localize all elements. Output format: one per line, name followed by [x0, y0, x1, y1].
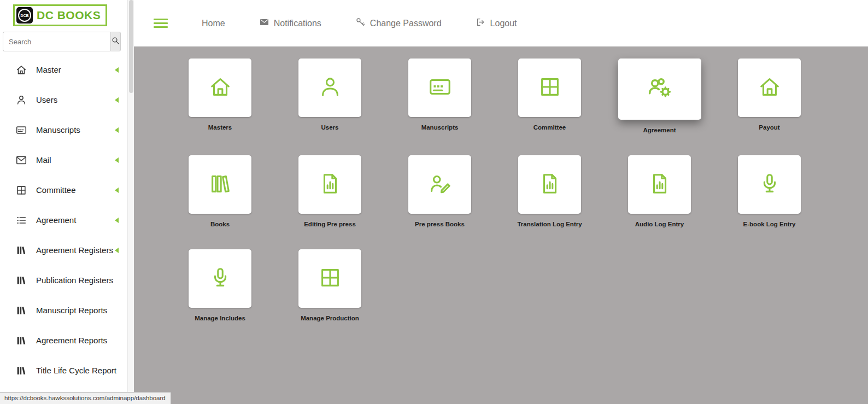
tile-label: Books: [210, 221, 230, 227]
dashboard-tile-grid: Masters Users: [165, 58, 868, 321]
document-chart-icon: [537, 171, 562, 198]
tile-editing-pre-press-card[interactable]: [298, 155, 361, 214]
tile-payout: Payout: [714, 58, 824, 133]
tile-editing-pre-press: Editing Pre press: [275, 155, 385, 227]
tile-manage-includes-card[interactable]: [189, 249, 251, 308]
user-edit-icon: [427, 171, 453, 198]
browser-status-url: https://dcbooks.hawkssolutions.com/admin…: [0, 392, 171, 404]
sidebar-item-agreement-reports[interactable]: Agreement Reports: [0, 325, 127, 355]
tile-label: Editing Pre press: [304, 221, 356, 227]
card-icon: [15, 124, 28, 137]
tile-books: Books: [165, 155, 275, 227]
tile-label: Masters: [208, 124, 232, 131]
sidebar-item-manuscripts[interactable]: Manuscripts: [0, 115, 127, 145]
chevron-left-icon: [115, 127, 119, 133]
tile-translation-log-entry: Translation Log Entry: [495, 155, 605, 227]
tile-pre-press-books: Pre press Books: [385, 155, 495, 227]
tile-audio-log-entry-card[interactable]: [628, 155, 691, 214]
sidebar-item-manuscript-reports[interactable]: Manuscript Reports: [0, 295, 127, 325]
tile-committee-card[interactable]: [518, 58, 581, 117]
home-icon: [15, 63, 28, 77]
books-icon: [15, 274, 28, 287]
brand-logo-icon: DCB: [16, 7, 33, 24]
document-chart-icon: [318, 171, 343, 198]
search-icon: [111, 36, 120, 47]
tile-ebook-log-entry-card[interactable]: [738, 155, 801, 214]
nav-change-password[interactable]: Change Password: [355, 17, 442, 30]
microphone-icon: [757, 171, 782, 198]
sidebar-item-title-life-cycle-report[interactable]: Title Life Cycle Report: [0, 355, 127, 385]
sidebar-search: [3, 32, 118, 51]
tile-agreement-card[interactable]: [618, 58, 701, 120]
sidebar-item-agreement-registers[interactable]: Agreement Registers: [0, 235, 127, 265]
sidebar-item-users[interactable]: Users: [0, 85, 127, 115]
chevron-left-icon: [115, 157, 119, 163]
home-icon: [208, 74, 233, 102]
grid-icon: [318, 265, 343, 292]
tile-label: Manuscripts: [421, 124, 459, 131]
brand-name: DC BOOKS: [37, 9, 101, 22]
nav-notifications[interactable]: Notifications: [259, 17, 321, 30]
users-gear-icon: [646, 74, 674, 104]
tile-masters-card[interactable]: [189, 58, 251, 117]
tile-masters: Masters: [165, 58, 275, 133]
tile-label: Translation Log Entry: [517, 221, 582, 227]
brand-logo[interactable]: DCB DC BOOKS: [13, 4, 107, 26]
nav-home[interactable]: Home: [202, 17, 225, 30]
tile-audio-log-entry: Audio Log Entry: [605, 155, 714, 227]
books-icon: [15, 304, 28, 317]
chevron-left-icon: [115, 97, 119, 103]
tile-pre-press-books-card[interactable]: [408, 155, 471, 214]
tile-manage-production-card[interactable]: [298, 249, 361, 308]
tile-manuscripts-card[interactable]: [408, 58, 471, 117]
books-icon: [15, 244, 28, 257]
scrollbar-thumb[interactable]: [129, 0, 133, 93]
tile-label: Manage Includes: [195, 315, 245, 321]
hamburger-menu-icon[interactable]: [154, 16, 168, 30]
envelope-icon: [15, 154, 28, 167]
books-icon: [15, 334, 28, 347]
sidebar-item-committee[interactable]: Committee: [0, 175, 127, 205]
library-icon: [208, 171, 233, 198]
tile-ebook-log-entry: E-book Log Entry: [714, 155, 824, 227]
sidebar-item-master[interactable]: Master: [0, 55, 127, 85]
document-chart-icon: [647, 171, 672, 198]
search-input[interactable]: [3, 32, 110, 51]
tile-agreement: Agreement: [605, 58, 714, 133]
books-icon: [15, 364, 28, 377]
sidebar-item-publication-registers[interactable]: Publication Registers: [0, 265, 127, 295]
navbar-links: Home Notifications Change: [202, 17, 551, 30]
tile-manage-includes: Manage Includes: [165, 249, 275, 321]
chevron-left-icon: [115, 188, 119, 193]
user-icon: [15, 93, 28, 107]
tile-users: Users: [275, 58, 385, 133]
search-button[interactable]: [110, 32, 121, 51]
logout-icon: [476, 17, 486, 30]
tile-users-card[interactable]: [298, 58, 361, 117]
chevron-left-icon: [115, 248, 119, 253]
tile-label: Committee: [533, 124, 566, 131]
list-icon: [15, 214, 28, 227]
sidebar-scrollbar[interactable]: [127, 0, 134, 404]
tile-label: Agreement: [643, 127, 676, 133]
nav-logout[interactable]: Logout: [476, 17, 517, 30]
user-icon: [318, 74, 343, 102]
tile-books-card[interactable]: [189, 155, 251, 214]
tile-label: Users: [321, 124, 339, 131]
tile-label: Payout: [759, 124, 779, 131]
chevron-left-icon: [115, 218, 119, 223]
tile-manage-production: Manage Production: [275, 249, 385, 321]
key-icon: [355, 17, 366, 30]
grid-icon: [15, 184, 28, 197]
tile-payout-card[interactable]: [738, 58, 801, 117]
sidebar-item-mail[interactable]: Mail: [0, 145, 127, 175]
sidebar-item-agreement[interactable]: Agreement: [0, 205, 127, 235]
tile-label: Manage Production: [301, 315, 359, 321]
sidebar: DCB DC BOOKS Master: [0, 0, 127, 404]
tile-translation-log-entry-card[interactable]: [518, 155, 581, 214]
top-navbar: Home Notifications Change: [134, 0, 868, 46]
tile-label: E-book Log Entry: [743, 221, 796, 227]
tile-label: Pre press Books: [415, 221, 465, 227]
microphone-icon: [208, 265, 233, 292]
sidebar-menu: Master Users Manuscripts: [0, 55, 127, 385]
